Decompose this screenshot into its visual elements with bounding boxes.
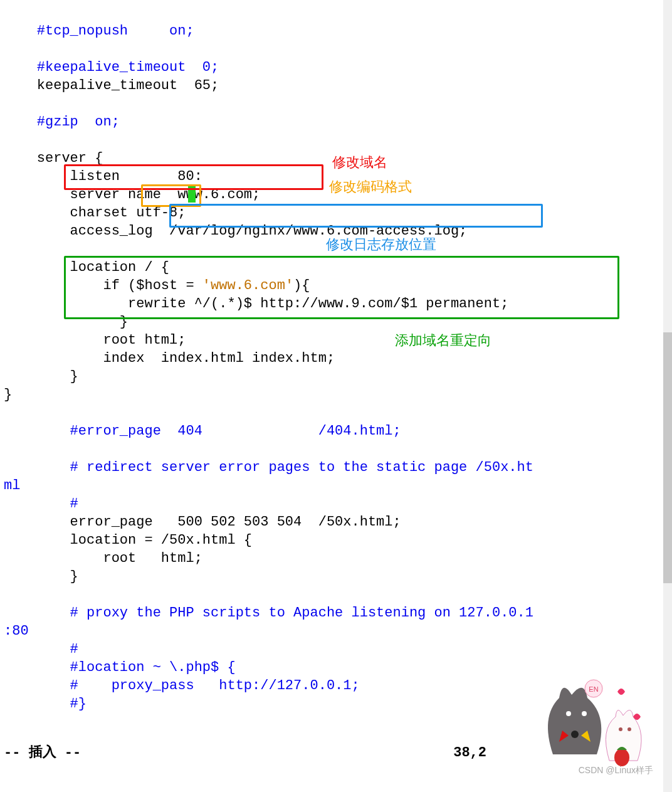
- code-line: #gzip on;: [4, 114, 120, 130]
- highlight-access-log: [169, 204, 543, 228]
- code-line: #: [4, 496, 78, 512]
- highlight-rewrite-block: [64, 256, 619, 319]
- annotation-charset: 修改编码格式: [329, 177, 412, 196]
- mascot-illustration: EN: [515, 660, 653, 767]
- code-line: }: [4, 369, 78, 384]
- code-line: ml: [4, 478, 20, 494]
- code-line: # proxy_pass http://127.0.0.1;: [4, 678, 360, 694]
- code-line: #}: [4, 696, 87, 712]
- code-line: #error_page 404 /404.html;: [4, 423, 401, 439]
- code-line: root html;: [4, 551, 202, 566]
- code-line: # redirect server error pages to the sta…: [4, 460, 533, 475]
- code-line: keepalive_timeout 65;: [4, 78, 219, 93]
- svg-point-3: [619, 727, 622, 731]
- code-line: #: [4, 642, 78, 657]
- code-line: }: [4, 387, 12, 403]
- code-line: # proxy the PHP scripts to Apache listen…: [4, 605, 533, 621]
- code-line: }: [4, 569, 78, 584]
- vim-cursor-pos: 38,2: [453, 744, 486, 762]
- code-line: #location ~ \.php$ {: [4, 660, 236, 675]
- code-line: root html;: [4, 332, 186, 348]
- code-line: #keepalive_timeout 0;: [4, 60, 219, 75]
- editor-window: #tcp_nopush on; #keepalive_timeout 0; ke…: [0, 0, 672, 792]
- vim-mode: -- 插入 --: [4, 745, 81, 761]
- annotation-rewrite: 添加域名重定向: [395, 331, 491, 349]
- svg-text:EN: EN: [589, 685, 598, 693]
- code-line: location = /50x.html {: [4, 532, 252, 548]
- svg-point-0: [566, 711, 571, 716]
- code-line: charset utf-8;: [4, 205, 186, 221]
- code-line: :80: [4, 623, 29, 639]
- code-line: index index.html index.htm;: [4, 351, 335, 366]
- svg-point-2: [571, 731, 579, 738]
- code-line: error_page 500 502 503 504 /50x.html;: [4, 514, 401, 530]
- code-area[interactable]: #tcp_nopush on; #keepalive_timeout 0; ke…: [0, 0, 672, 713]
- svg-point-1: [582, 711, 587, 716]
- svg-point-4: [627, 727, 631, 731]
- watermark: CSDN @Linux样手: [579, 761, 653, 779]
- annotation-domain: 修改域名: [332, 153, 387, 171]
- code-line: #tcp_nopush on;: [4, 23, 194, 39]
- annotation-log: 修改日志存放位置: [326, 235, 436, 253]
